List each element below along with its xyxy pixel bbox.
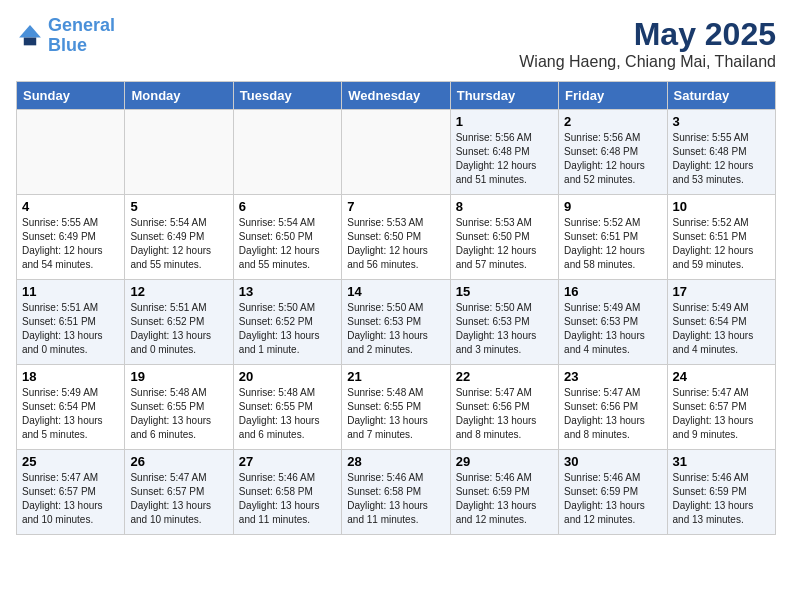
day-info: Sunrise: 5:55 AMSunset: 6:49 PMDaylight:… [22,216,119,272]
calendar-cell: 15Sunrise: 5:50 AMSunset: 6:53 PMDayligh… [450,280,558,365]
calendar-cell: 4Sunrise: 5:55 AMSunset: 6:49 PMDaylight… [17,195,125,280]
calendar-cell: 16Sunrise: 5:49 AMSunset: 6:53 PMDayligh… [559,280,667,365]
calendar-cell: 11Sunrise: 5:51 AMSunset: 6:51 PMDayligh… [17,280,125,365]
day-number: 9 [564,199,661,214]
day-number: 10 [673,199,770,214]
day-number: 30 [564,454,661,469]
calendar-cell: 3Sunrise: 5:55 AMSunset: 6:48 PMDaylight… [667,110,775,195]
header-sunday: Sunday [17,82,125,110]
day-number: 16 [564,284,661,299]
day-info: Sunrise: 5:56 AMSunset: 6:48 PMDaylight:… [456,131,553,187]
calendar-cell: 14Sunrise: 5:50 AMSunset: 6:53 PMDayligh… [342,280,450,365]
calendar-row-0: 1Sunrise: 5:56 AMSunset: 6:48 PMDaylight… [17,110,776,195]
calendar-cell: 30Sunrise: 5:46 AMSunset: 6:59 PMDayligh… [559,450,667,535]
header-saturday: Saturday [667,82,775,110]
calendar-cell: 24Sunrise: 5:47 AMSunset: 6:57 PMDayligh… [667,365,775,450]
logo-line1: General [48,15,115,35]
header-friday: Friday [559,82,667,110]
day-info: Sunrise: 5:48 AMSunset: 6:55 PMDaylight:… [130,386,227,442]
calendar-cell: 22Sunrise: 5:47 AMSunset: 6:56 PMDayligh… [450,365,558,450]
day-info: Sunrise: 5:47 AMSunset: 6:56 PMDaylight:… [456,386,553,442]
calendar-cell: 21Sunrise: 5:48 AMSunset: 6:55 PMDayligh… [342,365,450,450]
day-info: Sunrise: 5:50 AMSunset: 6:53 PMDaylight:… [347,301,444,357]
day-number: 28 [347,454,444,469]
day-info: Sunrise: 5:47 AMSunset: 6:56 PMDaylight:… [564,386,661,442]
calendar-cell: 28Sunrise: 5:46 AMSunset: 6:58 PMDayligh… [342,450,450,535]
logo: General Blue [16,16,115,56]
day-number: 13 [239,284,336,299]
calendar-cell: 1Sunrise: 5:56 AMSunset: 6:48 PMDaylight… [450,110,558,195]
calendar-cell: 2Sunrise: 5:56 AMSunset: 6:48 PMDaylight… [559,110,667,195]
day-number: 7 [347,199,444,214]
day-number: 17 [673,284,770,299]
day-info: Sunrise: 5:56 AMSunset: 6:48 PMDaylight:… [564,131,661,187]
day-number: 2 [564,114,661,129]
day-number: 23 [564,369,661,384]
day-number: 20 [239,369,336,384]
header-thursday: Thursday [450,82,558,110]
calendar-cell: 19Sunrise: 5:48 AMSunset: 6:55 PMDayligh… [125,365,233,450]
day-info: Sunrise: 5:47 AMSunset: 6:57 PMDaylight:… [130,471,227,527]
day-number: 18 [22,369,119,384]
calendar-row-3: 18Sunrise: 5:49 AMSunset: 6:54 PMDayligh… [17,365,776,450]
day-number: 19 [130,369,227,384]
day-info: Sunrise: 5:46 AMSunset: 6:59 PMDaylight:… [564,471,661,527]
calendar-cell: 31Sunrise: 5:46 AMSunset: 6:59 PMDayligh… [667,450,775,535]
day-info: Sunrise: 5:51 AMSunset: 6:52 PMDaylight:… [130,301,227,357]
calendar-title: May 2025 [519,16,776,53]
title-block: May 2025 Wiang Haeng, Chiang Mai, Thaila… [519,16,776,71]
calendar-cell [125,110,233,195]
day-info: Sunrise: 5:50 AMSunset: 6:53 PMDaylight:… [456,301,553,357]
day-number: 29 [456,454,553,469]
day-info: Sunrise: 5:49 AMSunset: 6:54 PMDaylight:… [673,301,770,357]
calendar-cell [233,110,341,195]
calendar-cell: 23Sunrise: 5:47 AMSunset: 6:56 PMDayligh… [559,365,667,450]
svg-rect-2 [24,37,36,45]
calendar-cell: 27Sunrise: 5:46 AMSunset: 6:58 PMDayligh… [233,450,341,535]
day-number: 25 [22,454,119,469]
day-number: 11 [22,284,119,299]
day-info: Sunrise: 5:48 AMSunset: 6:55 PMDaylight:… [239,386,336,442]
day-number: 8 [456,199,553,214]
day-number: 24 [673,369,770,384]
day-info: Sunrise: 5:48 AMSunset: 6:55 PMDaylight:… [347,386,444,442]
day-number: 27 [239,454,336,469]
header-tuesday: Tuesday [233,82,341,110]
day-number: 3 [673,114,770,129]
calendar-cell: 5Sunrise: 5:54 AMSunset: 6:49 PMDaylight… [125,195,233,280]
calendar-cell: 18Sunrise: 5:49 AMSunset: 6:54 PMDayligh… [17,365,125,450]
day-info: Sunrise: 5:47 AMSunset: 6:57 PMDaylight:… [673,386,770,442]
day-number: 15 [456,284,553,299]
calendar-row-4: 25Sunrise: 5:47 AMSunset: 6:57 PMDayligh… [17,450,776,535]
day-info: Sunrise: 5:46 AMSunset: 6:58 PMDaylight:… [347,471,444,527]
day-info: Sunrise: 5:53 AMSunset: 6:50 PMDaylight:… [456,216,553,272]
calendar-cell: 10Sunrise: 5:52 AMSunset: 6:51 PMDayligh… [667,195,775,280]
calendar-cell: 6Sunrise: 5:54 AMSunset: 6:50 PMDaylight… [233,195,341,280]
calendar-header-row: Sunday Monday Tuesday Wednesday Thursday… [17,82,776,110]
day-info: Sunrise: 5:46 AMSunset: 6:59 PMDaylight:… [673,471,770,527]
day-info: Sunrise: 5:53 AMSunset: 6:50 PMDaylight:… [347,216,444,272]
day-info: Sunrise: 5:46 AMSunset: 6:58 PMDaylight:… [239,471,336,527]
calendar-cell [17,110,125,195]
day-info: Sunrise: 5:50 AMSunset: 6:52 PMDaylight:… [239,301,336,357]
calendar-cell: 17Sunrise: 5:49 AMSunset: 6:54 PMDayligh… [667,280,775,365]
day-number: 31 [673,454,770,469]
calendar-cell: 9Sunrise: 5:52 AMSunset: 6:51 PMDaylight… [559,195,667,280]
day-number: 22 [456,369,553,384]
calendar-cell: 7Sunrise: 5:53 AMSunset: 6:50 PMDaylight… [342,195,450,280]
calendar-cell: 12Sunrise: 5:51 AMSunset: 6:52 PMDayligh… [125,280,233,365]
day-info: Sunrise: 5:47 AMSunset: 6:57 PMDaylight:… [22,471,119,527]
day-info: Sunrise: 5:55 AMSunset: 6:48 PMDaylight:… [673,131,770,187]
day-info: Sunrise: 5:54 AMSunset: 6:49 PMDaylight:… [130,216,227,272]
logo-text: General Blue [48,16,115,56]
day-info: Sunrise: 5:49 AMSunset: 6:53 PMDaylight:… [564,301,661,357]
calendar-cell: 25Sunrise: 5:47 AMSunset: 6:57 PMDayligh… [17,450,125,535]
day-number: 1 [456,114,553,129]
day-info: Sunrise: 5:52 AMSunset: 6:51 PMDaylight:… [564,216,661,272]
day-number: 6 [239,199,336,214]
day-number: 26 [130,454,227,469]
page-header: General Blue May 2025 Wiang Haeng, Chian… [16,16,776,71]
calendar-cell: 13Sunrise: 5:50 AMSunset: 6:52 PMDayligh… [233,280,341,365]
day-number: 4 [22,199,119,214]
day-number: 12 [130,284,227,299]
